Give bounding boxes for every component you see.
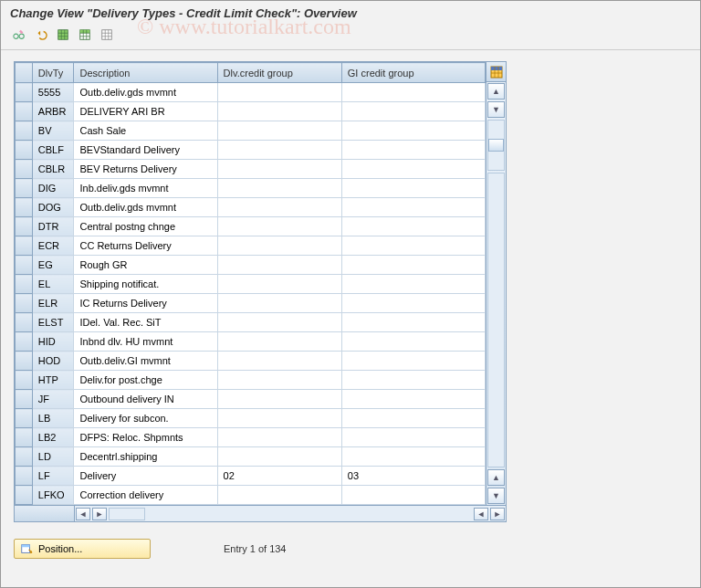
col-header-selector[interactable] [16,63,33,83]
cell-gi-credit[interactable] [341,102,485,121]
cell-description[interactable]: DFPS: Reloc. Shpmnts [74,428,217,447]
cell-description[interactable]: Inb.deliv.gds mvmnt [74,179,217,198]
cell-dlvty[interactable]: ELR [32,294,74,313]
cell-dlv-credit[interactable] [217,256,341,275]
scroll-thumb-top[interactable] [488,139,504,152]
table-row[interactable]: LB2DFPS: Reloc. Shpmnts [16,428,486,447]
cell-dlv-credit[interactable] [217,198,341,217]
row-selector[interactable] [16,83,33,102]
cell-description[interactable]: Correction delivery [74,486,217,505]
cell-dlv-credit[interactable] [217,179,341,198]
cell-dlv-credit[interactable] [217,332,341,352]
cell-description[interactable]: Decentrl.shipping [74,447,217,467]
row-selector[interactable] [16,141,33,160]
cell-dlvty[interactable]: ELST [32,313,74,332]
row-selector[interactable] [16,313,33,332]
cell-gi-credit[interactable] [341,447,485,467]
cell-description[interactable]: Delivery for subcon. [74,409,217,428]
undo-button[interactable] [32,26,50,44]
table-row[interactable]: DIGInb.deliv.gds mvmnt [16,179,486,198]
cell-gi-credit[interactable] [341,83,485,102]
cell-description[interactable]: Inbnd dlv. HU mvmnt [74,332,217,352]
cell-dlvty[interactable]: LB2 [32,428,74,447]
table-row[interactable]: LBDelivery for subcon. [16,409,486,428]
scroll-up-button[interactable]: ▲ [487,83,505,100]
cell-gi-credit[interactable] [341,275,485,294]
cell-gi-credit[interactable]: 03 [341,467,485,486]
cell-description[interactable]: DELIVERY ARI BR [74,102,217,121]
row-selector[interactable] [16,428,33,447]
cell-dlvty[interactable]: CBLF [32,141,74,160]
row-selector[interactable] [16,236,33,256]
cell-dlvty[interactable]: DIG [32,179,74,198]
cell-dlvty[interactable]: LD [32,447,74,467]
cell-description[interactable]: Rough GR [74,256,217,275]
table-row[interactable]: LFDelivery0203 [16,467,486,486]
cell-description[interactable]: Outb.deliv.GI mvmnt [74,352,217,371]
cell-dlv-credit[interactable] [217,294,341,313]
cell-dlvty[interactable]: ARBR [32,102,74,121]
cell-dlvty[interactable]: HOD [32,352,74,371]
row-selector[interactable] [16,179,33,198]
table-row[interactable]: HODOutb.deliv.GI mvmnt [16,352,486,371]
row-selector[interactable] [16,467,33,486]
cell-gi-credit[interactable] [341,160,485,179]
cell-dlv-credit[interactable] [217,409,341,428]
hscroll-left2-button[interactable]: ◄ [474,508,488,520]
cell-dlvty[interactable]: JF [32,390,74,409]
scroll-track-top[interactable] [487,120,505,171]
cell-dlvty[interactable]: EG [32,256,74,275]
scroll-up2-button[interactable]: ▲ [487,469,505,486]
cell-dlvty[interactable]: CBLR [32,160,74,179]
row-selector[interactable] [16,332,33,352]
row-selector[interactable] [16,390,33,409]
cell-gi-credit[interactable] [341,486,485,505]
table-row[interactable]: LDDecentrl.shipping [16,447,486,467]
other-entry-button[interactable] [10,26,28,44]
cell-gi-credit[interactable] [341,352,485,371]
hscroll-track-left[interactable] [109,508,145,520]
cell-dlv-credit[interactable] [217,121,341,141]
table-row[interactable]: ECRCC Returns Delivery [16,236,486,256]
cell-gi-credit[interactable] [341,332,485,352]
table-row[interactable]: HIDInbnd dlv. HU mvmnt [16,332,486,352]
table-row[interactable]: 5555Outb.deliv.gds mvmnt [16,83,486,102]
table-row[interactable]: HTPDeliv.for post.chge [16,371,486,390]
row-selector[interactable] [16,275,33,294]
cell-dlvty[interactable]: HTP [32,371,74,390]
table-row[interactable]: CBLRBEV Returns Delivery [16,160,486,179]
cell-description[interactable]: BEV Returns Delivery [74,160,217,179]
cell-dlvty[interactable]: ECR [32,236,74,256]
cell-description[interactable]: Shipping notificat. [74,275,217,294]
cell-description[interactable]: BEVStandard Delivery [74,141,217,160]
col-header-dlvty[interactable]: DlvTy [32,63,74,83]
row-selector[interactable] [16,102,33,121]
row-selector[interactable] [16,294,33,313]
cell-dlv-credit[interactable] [217,486,341,505]
cell-gi-credit[interactable] [341,256,485,275]
cell-dlvty[interactable]: LB [32,409,74,428]
table-row[interactable]: ELRIC Returns Delivery [16,294,486,313]
cell-description[interactable]: Central postng chnge [74,217,217,236]
cell-dlv-credit[interactable] [217,313,341,332]
row-selector[interactable] [16,217,33,236]
col-header-description[interactable]: Description [74,63,217,83]
cell-dlv-credit[interactable] [217,217,341,236]
scroll-track-bottom[interactable] [487,173,505,467]
cell-dlv-credit[interactable] [217,390,341,409]
cell-dlv-credit[interactable] [217,102,341,121]
cell-dlvty[interactable]: BV [32,121,74,141]
cell-dlv-credit[interactable] [217,236,341,256]
col-header-gi-credit[interactable]: GI credit group [341,63,485,83]
cell-dlv-credit[interactable] [217,352,341,371]
cell-gi-credit[interactable] [341,390,485,409]
cell-description[interactable]: Outb.deliv.gds mvmnt [74,198,217,217]
cell-dlv-credit[interactable] [217,371,341,390]
cell-description[interactable]: Outb.deliv.gds mvmnt [74,83,217,102]
cell-gi-credit[interactable] [341,141,485,160]
table-row[interactable]: ELSTIDel. Val. Rec. SiT [16,313,486,332]
row-selector[interactable] [16,409,33,428]
row-selector[interactable] [16,447,33,467]
cell-description[interactable]: Cash Sale [74,121,217,141]
cell-dlv-credit[interactable] [217,160,341,179]
